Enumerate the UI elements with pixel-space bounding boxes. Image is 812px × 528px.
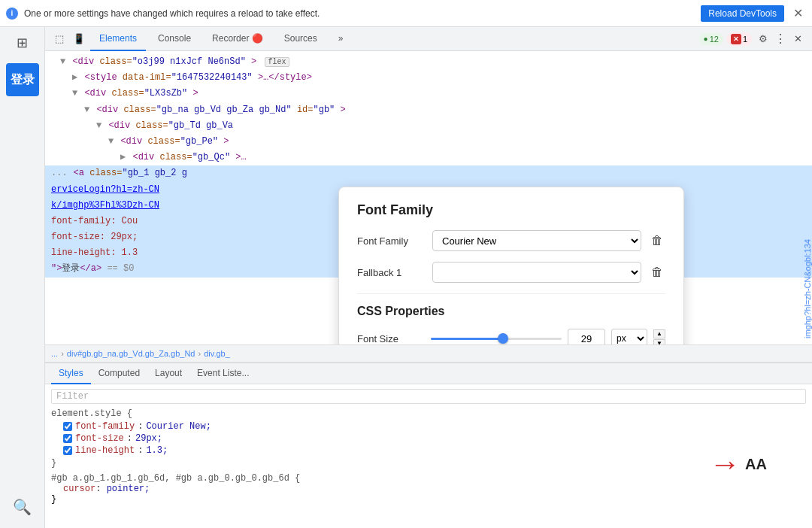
red-arrow-icon: → — [709, 448, 741, 480]
font-family-select[interactable]: Courier New — [432, 230, 641, 251]
search-icon[interactable]: 🔍 — [13, 498, 32, 516]
checkbox-font-family[interactable] — [63, 422, 72, 431]
tab-console[interactable]: Console — [149, 27, 200, 51]
font-family-row: Font Family Courier New 🗑 — [357, 230, 665, 251]
selector-close: } — [51, 494, 806, 505]
breadcrumb-ellipsis[interactable]: ... — [51, 349, 58, 358]
style-rule-font-size: font-size: 29px; — [51, 432, 806, 445]
html-line: ▼ <div class="gb_na gb_Vd gb_Za gb_Nd" i… — [45, 102, 812, 118]
font-size-input[interactable] — [568, 329, 605, 344]
expand-arrow[interactable]: ▼ — [84, 105, 89, 115]
fallback-select[interactable] — [432, 262, 641, 283]
device-icon[interactable]: 📱 — [71, 31, 87, 47]
font-size-down[interactable]: ▼ — [653, 339, 665, 345]
bottom-panel: Styles Computed Layout Event Liste... Fi… — [45, 363, 812, 528]
html-line: ▶ <div class="gb_Qc" >… — [45, 150, 812, 165]
aa-text: AA — [745, 456, 767, 473]
devtools-panel: ⬚ 📱 Elements Console Recorder 🔴 Sources … — [45, 27, 812, 528]
login-button[interactable]: 登录 — [6, 63, 39, 96]
breadcrumb: ... › div#gb.gb_na.gb_Vd.gb_Za.gb_Nd › d… — [45, 344, 812, 363]
font-size-spinner: ▲ ▼ — [653, 329, 665, 345]
checkbox-font-size[interactable] — [63, 434, 72, 443]
cursor-rule: cursor: pointer; — [51, 484, 806, 494]
tab-styles[interactable]: Styles — [51, 363, 91, 384]
selected-html-line[interactable]: ... <a class="gb_1 gb_2 g — [45, 165, 812, 181]
font-panel: Font Family Font Family Courier New 🗑 Fa… — [338, 187, 684, 344]
font-size-up[interactable]: ▲ — [653, 329, 665, 338]
html-line: ▼ <div class="o3j99 n1xJcf Ne6nSd" > fle… — [45, 54, 812, 70]
fallback-row: Fallback 1 🗑 — [357, 262, 665, 283]
main-layout: ⊞ 登录 🔍 ⬚ 📱 Elements Console Recorder 🔴 S… — [0, 27, 812, 528]
arrow-area: → AA — [709, 448, 767, 480]
expand-arrow[interactable]: ▼ — [60, 56, 65, 67]
font-size-label: Font Size — [357, 333, 425, 344]
tab-computed[interactable]: Computed — [91, 363, 147, 384]
green-badge-count: 12 — [710, 35, 719, 44]
delete-fallback-icon[interactable]: 🗑 — [649, 264, 665, 281]
red-badge: ✕ 1 — [726, 32, 752, 46]
css-props-title: CSS Properties — [357, 305, 665, 318]
main-devtools: ▼ <div class="o3j99 n1xJcf Ne6nSd" > fle… — [45, 51, 812, 528]
red-badge-count: 1 — [743, 35, 747, 44]
styles-area: Filter element.style { font-family: Cour… — [45, 384, 812, 528]
close-notification-button[interactable]: ✕ — [790, 6, 806, 20]
grid-icon[interactable]: ⊞ — [17, 35, 28, 51]
tab-more[interactable]: » — [329, 27, 353, 51]
error-icon: ✕ — [731, 34, 741, 44]
cursor-icon[interactable]: ⬚ — [51, 31, 68, 47]
settings-icon[interactable]: ⚙ — [755, 31, 771, 47]
element-style-block: element.style { font-family: Courier New… — [51, 408, 806, 469]
font-size-slider[interactable] — [431, 331, 562, 344]
element-style-selector: element.style { — [51, 408, 806, 419]
style-rule-line-height: line-height: 1.3; — [51, 445, 806, 457]
element-style-close: } — [51, 458, 806, 469]
tab-event-listeners[interactable]: Event Liste... — [189, 363, 256, 384]
selector-block: #gb a.gb_1.gb_1.gb_6d, #gb a.gb_0.gb_0.g… — [51, 473, 806, 484]
font-size-row: Font Size px em rem — [357, 329, 665, 344]
tab-sources[interactable]: Sources — [275, 27, 326, 51]
notification-bar: i One or more settings have changed whic… — [0, 0, 812, 27]
notification-text: One or more settings have changed which … — [24, 8, 695, 19]
tab-layout[interactable]: Layout — [147, 363, 189, 384]
html-line: ▼ <div class="LX3sZb" > — [45, 86, 812, 102]
html-line: ▶ <style data-iml="1647532240143" >…</st… — [45, 70, 812, 86]
devtools-content: ▼ <div class="o3j99 n1xJcf Ne6nSd" > fle… — [45, 51, 812, 528]
green-badge: ● 12 — [699, 33, 723, 45]
tab-elements[interactable]: Elements — [90, 27, 146, 51]
devtools-toolbar: ⬚ 📱 Elements Console Recorder 🔴 Sources … — [45, 27, 812, 51]
checkbox-line-height[interactable] — [63, 446, 72, 455]
html-panel: ▼ <div class="o3j99 n1xJcf Ne6nSd" > fle… — [45, 51, 812, 344]
breadcrumb-item-gb[interactable]: div#gb.gb_na.gb_Vd.gb_Za.gb_Nd — [67, 349, 195, 358]
filter-row: Filter — [51, 389, 806, 404]
delete-font-family-icon[interactable]: 🗑 — [649, 232, 665, 249]
reload-devtools-button[interactable]: Reload DevTools — [701, 5, 784, 22]
info-icon: i — [6, 8, 18, 20]
left-sidebar: ⊞ 登录 🔍 — [0, 27, 45, 528]
style-rule-font-family: font-family: Courier New; — [51, 420, 806, 432]
expand-arrow[interactable]: ▼ — [96, 120, 102, 131]
expand-arrow[interactable]: ▼ — [72, 88, 77, 99]
expand-arrow[interactable]: ▶ — [72, 72, 77, 83]
bottom-tabs: Styles Computed Layout Event Liste... — [45, 363, 812, 384]
html-line: ▼ <div class="gb_Td gb_Va — [45, 118, 812, 134]
divider — [357, 293, 665, 294]
fallback-label: Fallback 1 — [357, 267, 425, 278]
font-family-label: Font Family — [357, 235, 425, 247]
filter-placeholder: Filter — [56, 391, 89, 402]
more-options-icon[interactable]: ⋮ — [774, 32, 786, 46]
expand-arrow[interactable]: ▶ — [120, 152, 126, 162]
breadcrumb-item-div[interactable]: div.gb_ — [204, 349, 230, 358]
html-line: ▼ <div class="gb_Pe" > — [45, 134, 812, 150]
close-devtools-icon[interactable]: ✕ — [789, 31, 806, 47]
font-panel-title: Font Family — [357, 202, 665, 218]
tab-recorder[interactable]: Recorder 🔴 — [203, 27, 272, 51]
expand-arrow[interactable]: ▼ — [108, 136, 114, 147]
right-link[interactable]: imghp?hl=zh-CN&ogbl:134 — [803, 239, 812, 338]
font-size-unit[interactable]: px em rem — [611, 329, 647, 344]
